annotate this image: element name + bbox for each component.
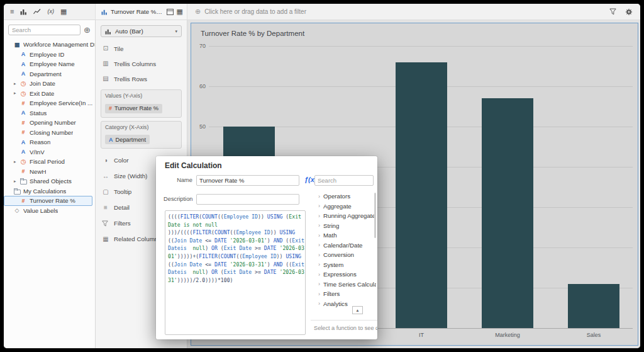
bar[interactable]	[482, 98, 533, 328]
menu-icon[interactable]: ≡	[10, 8, 14, 15]
clock-icon: ◷	[20, 90, 26, 97]
expand-caret-icon[interactable]: ▸	[14, 91, 16, 96]
field-item[interactable]: ▸◷Join Date	[4, 79, 95, 89]
function-category[interactable]: ›Calendar/Date	[318, 241, 376, 251]
calculation-name-input[interactable]	[196, 175, 299, 186]
function-category-label: Time Series Calculation	[323, 281, 376, 288]
tooltip-icon: ▢	[102, 189, 109, 195]
function-icon[interactable]: (x)	[47, 9, 54, 14]
category-axis-pill[interactable]: A Department	[105, 135, 150, 144]
formula-line: ((Join Date <= DATE '2026-03-31') AND ((…	[168, 261, 303, 269]
viz-setting-trellis-columns[interactable]: ▥Trellis Columns	[96, 56, 187, 71]
viz-setting-label: Filters	[114, 220, 131, 227]
field-item[interactable]: AV/InV	[4, 147, 95, 157]
function-category[interactable]: ›String	[318, 221, 376, 231]
function-category[interactable]: ›Expressions	[318, 270, 376, 280]
formula-segment: null	[192, 269, 205, 275]
values-axis-box[interactable]: Values (Y-Axis) # Turnover Rate %	[101, 89, 182, 118]
formula-line: Dateis null) OR (Exit Date >= DATE '2026…	[168, 244, 303, 253]
formula-segment: '2026-03-	[277, 269, 306, 275]
function-category[interactable]: ›Time Series Calculation	[318, 280, 376, 290]
field-item[interactable]: AEmployee ID	[4, 50, 95, 60]
add-filter-icon[interactable]: ⊕	[195, 8, 201, 16]
function-category[interactable]: ›Math	[318, 230, 376, 241]
formula-segment: )	[267, 237, 274, 244]
field-item[interactable]: ◇Value Labels	[4, 206, 95, 216]
formula-segment: Exit	[292, 261, 304, 268]
function-list-scrollbar[interactable]	[374, 193, 376, 238]
field-item[interactable]: ADepartment	[4, 69, 95, 79]
field-item[interactable]: #Employee Service(In ...	[4, 98, 95, 108]
formula-segment: ((	[168, 237, 174, 244]
viz-setting-trellis-rows[interactable]: ▤Trellis Rows	[96, 71, 187, 86]
function-category-label: Expressions	[323, 271, 357, 278]
filter-funnel-icon[interactable]	[609, 8, 616, 15]
function-category[interactable]: ›Conversion	[318, 250, 376, 260]
filter-bar[interactable]: ⊕ Click here or drag data to add a filte…	[187, 4, 640, 20]
bar[interactable]	[396, 62, 447, 328]
function-category-label: Running Aggregate	[323, 212, 375, 219]
expand-caret-icon[interactable]: ▸	[14, 179, 16, 184]
formula-segment: ))	[277, 253, 286, 259]
function-category[interactable]: ›System	[318, 260, 376, 270]
values-axis-pill[interactable]: # Turnover Rate %	[105, 104, 162, 113]
field-item[interactable]: ▸◷Exit Date	[4, 89, 95, 99]
expand-caret-icon[interactable]: ▸	[14, 159, 16, 164]
scroll-up-button[interactable]: ▲	[352, 306, 363, 314]
field-item[interactable]: #Closing Number	[4, 128, 95, 138]
field-item[interactable]: My Calculations	[4, 186, 95, 196]
name-label: Name	[164, 177, 192, 183]
grid-view-icon[interactable]: ▦	[60, 8, 67, 15]
formula-line: 31')))))/2.0))))*100)	[168, 276, 303, 285]
formula-line: ((((FILTER(COUNT((Employee ID)) USING (E…	[168, 213, 303, 221]
function-category-label: Math	[323, 232, 337, 239]
x-tick-label: Sales	[556, 332, 631, 338]
function-category[interactable]: ›Aggregate	[318, 202, 376, 212]
function-category[interactable]: ›Analytics	[318, 299, 376, 309]
measure-icon: #	[20, 168, 26, 174]
function-category[interactable]: ›Running Aggregate	[318, 211, 376, 221]
x-tick-label: Marketing	[470, 332, 545, 338]
function-category[interactable]: ›Operators	[318, 191, 376, 202]
search-input[interactable]	[8, 25, 80, 35]
bar-chart-icon[interactable]	[20, 8, 27, 15]
category-axis-box[interactable]: Category (X-Axis) A Department	[101, 121, 182, 149]
chevron-right-icon: ›	[318, 203, 320, 209]
field-item[interactable]: #NewH	[4, 167, 95, 177]
chart-type-selector[interactable]: Auto (Bar) ▾	[101, 25, 182, 37]
expand-caret-icon[interactable]: ▸	[14, 81, 16, 86]
field-label: Value Labels	[23, 207, 58, 214]
chevron-right-icon: ›	[318, 261, 320, 268]
field-item[interactable]: ▸◷Fiscal Period	[4, 157, 95, 167]
divider	[311, 320, 377, 321]
measure-icon: #	[20, 120, 26, 126]
formula-segment: <=	[202, 237, 214, 244]
formula-segment: ((	[168, 261, 174, 268]
formula-segment: Employee ID	[242, 253, 276, 259]
add-data-icon[interactable]: ⊕	[84, 26, 91, 34]
field-item[interactable]: AEmployee Name	[4, 59, 95, 69]
field-item[interactable]: #Turnover Rate %	[4, 196, 92, 206]
data-search-row: ⊕	[4, 20, 95, 38]
description-input[interactable]	[196, 194, 299, 205]
function-search-input[interactable]	[314, 175, 374, 186]
canvas-icon[interactable]	[167, 9, 174, 15]
field-item[interactable]: AReason	[4, 137, 95, 147]
viz-setting-tile[interactable]: ⊡Tile	[96, 41, 187, 56]
gear-icon[interactable]	[625, 8, 633, 16]
line-chart-icon[interactable]	[33, 8, 41, 15]
bar[interactable]	[568, 284, 619, 328]
y-tick-label: 50	[191, 123, 206, 130]
formula-segment: Dateis	[168, 245, 187, 251]
tile-icon: ⊡	[102, 45, 109, 52]
viz-tab[interactable]: Turnover Rate % by... ▦	[96, 4, 187, 20]
toolbar-right-icons	[609, 8, 633, 16]
viz-setting-label: Tile	[114, 45, 123, 52]
layout-grid-icon[interactable]: ▦	[177, 8, 183, 15]
field-item[interactable]: AStatus	[4, 108, 95, 118]
field-item[interactable]: #Opening Number	[4, 118, 95, 128]
field-item[interactable]: ▸Shared Objects	[4, 176, 95, 186]
formula-editor[interactable]: ((((FILTER(COUNT((Employee ID)) USING (E…	[165, 210, 306, 335]
function-category[interactable]: ›Filters	[318, 289, 376, 299]
field-item[interactable]: ▦Workforce Management DS	[4, 40, 95, 50]
